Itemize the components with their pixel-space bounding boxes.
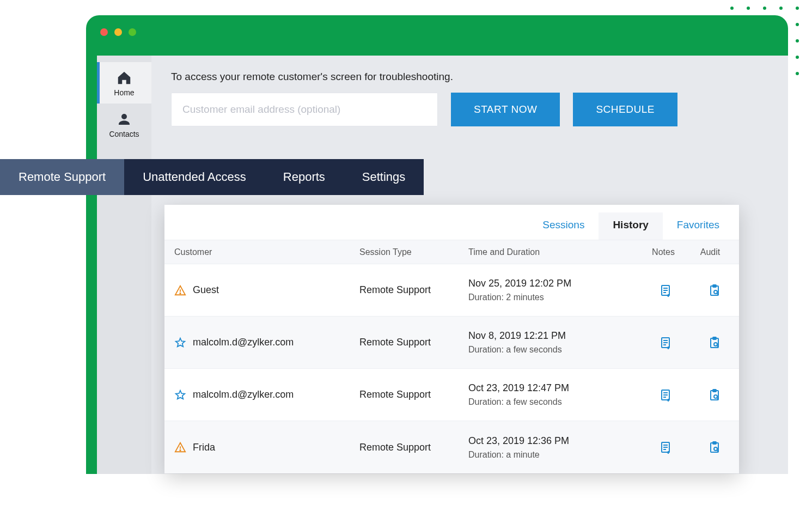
tab-unattended-access[interactable]: Unattended Access (124, 159, 265, 195)
contacts-icon (116, 111, 132, 127)
customer-name: Guest (193, 284, 219, 296)
svg-point-3 (779, 7, 783, 10)
audit-icon[interactable] (708, 440, 721, 455)
table-row: malcolm.d@zylker.comRemote SupportNov 8,… (164, 317, 739, 369)
warning-icon (174, 441, 186, 453)
session-duration: Duration: a few seconds (468, 345, 641, 355)
svg-point-9 (796, 23, 799, 26)
star-icon (174, 389, 186, 401)
svg-point-2 (763, 7, 766, 10)
sidebar-item-label: Contacts (109, 130, 139, 138)
col-time: Time and Duration (468, 247, 641, 257)
notes-icon[interactable] (659, 387, 672, 403)
svg-point-19 (796, 56, 799, 59)
tab-remote-support[interactable]: Remote Support (0, 159, 124, 195)
start-now-button[interactable]: START NOW (451, 93, 560, 126)
window-controls (100, 28, 136, 36)
minimize-window-dot[interactable] (114, 28, 122, 36)
session-time: Oct 23, 2019 12:47 PM (468, 382, 641, 394)
audit-icon[interactable] (708, 335, 721, 350)
audit-icon[interactable] (708, 387, 721, 403)
sidebar: Home Contacts (97, 56, 151, 474)
tab-reports[interactable]: Reports (265, 159, 344, 195)
table-row: malcolm.d@zylker.comRemote SupportOct 23… (164, 369, 739, 421)
sidebar-item-label: Home (114, 88, 134, 97)
notes-icon[interactable] (659, 335, 672, 350)
customer-name: malcolm.d@zylker.com (193, 389, 294, 400)
warning-icon (174, 284, 186, 296)
panel-tab-sessions[interactable]: Sessions (528, 212, 599, 240)
session-duration: Duration: a minute (468, 450, 641, 460)
col-audit: Audit (690, 247, 739, 257)
col-customer: Customer (174, 247, 359, 257)
panel-tab-history[interactable]: History (599, 212, 662, 240)
session-duration: Duration: a few seconds (468, 397, 641, 407)
customer-name: Frida (193, 442, 215, 453)
schedule-button[interactable]: SCHEDULE (573, 93, 677, 126)
intro-text: To access your remote customer's screen … (171, 71, 788, 83)
table-header: Customer Session Type Time and Duration … (164, 240, 739, 264)
session-time: Nov 8, 2019 12:21 PM (468, 330, 641, 342)
svg-point-1 (747, 7, 750, 10)
customer-name: malcolm.d@zylker.com (193, 337, 294, 348)
history-panel: Sessions History Favorites Customer Sess… (164, 205, 739, 473)
svg-point-24 (796, 72, 799, 75)
svg-point-0 (730, 7, 734, 10)
session-type: Remote Support (359, 284, 468, 296)
audit-icon[interactable] (708, 283, 721, 298)
session-time: Nov 25, 2019 12:02 PM (468, 278, 641, 289)
notes-icon[interactable] (659, 283, 672, 298)
session-type: Remote Support (359, 389, 468, 400)
zoom-window-dot[interactable] (129, 28, 136, 36)
svg-point-14 (796, 39, 799, 42)
panel-tab-favorites[interactable]: Favorites (663, 212, 734, 240)
svg-point-4 (796, 7, 799, 10)
top-nav: Remote Support Unattended Access Reports… (0, 159, 424, 195)
sidebar-item-home[interactable]: Home (97, 62, 151, 104)
session-type: Remote Support (359, 442, 468, 453)
sidebar-item-contacts[interactable]: Contacts (97, 104, 151, 145)
session-duration: Duration: 2 minutes (468, 293, 641, 302)
tab-settings[interactable]: Settings (344, 159, 424, 195)
notes-icon[interactable] (659, 440, 672, 455)
col-notes: Notes (641, 247, 690, 257)
session-time: Oct 23, 2019 12:36 PM (468, 435, 641, 447)
close-window-dot[interactable] (100, 28, 108, 36)
table-row: GuestRemote SupportNov 25, 2019 12:02 PM… (164, 264, 739, 317)
session-type: Remote Support (359, 337, 468, 348)
home-icon (116, 70, 132, 86)
star-icon (174, 337, 186, 349)
table-row: FridaRemote SupportOct 23, 2019 12:36 PM… (164, 421, 739, 473)
col-session-type: Session Type (359, 247, 468, 257)
customer-email-input[interactable] (171, 93, 438, 126)
